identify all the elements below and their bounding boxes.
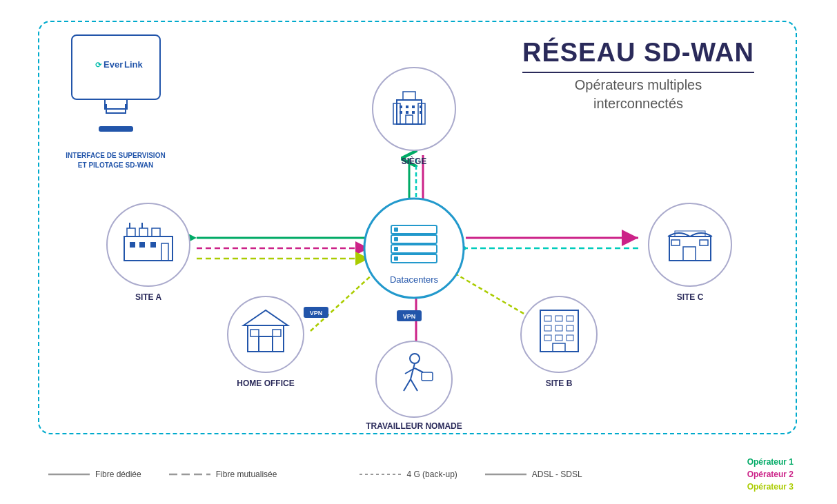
svg-point-58 <box>228 296 304 372</box>
legend-fibre-mutualisee: Fibre mutualisée <box>169 470 277 479</box>
svg-point-67 <box>376 341 452 417</box>
svg-rect-31 <box>394 228 398 232</box>
svg-text:VPN: VPN <box>310 310 323 316</box>
svg-rect-23 <box>412 105 415 108</box>
svg-text:VPN: VPN <box>403 313 416 320</box>
legend-4g: 4 G (back-up) <box>360 470 457 479</box>
svg-rect-24 <box>412 111 415 114</box>
fibre-dediee-line <box>48 471 90 478</box>
svg-rect-37 <box>394 256 398 261</box>
svg-rect-19 <box>400 105 402 108</box>
legend-adsl: ADSL - SDSL <box>485 470 582 479</box>
svg-point-78 <box>521 296 597 372</box>
svg-rect-47 <box>139 242 145 248</box>
op1-label: Opérateur 1 <box>747 457 794 467</box>
svg-text:SITE C: SITE C <box>677 292 704 302</box>
adsl-label: ADSL - SDSL <box>532 470 582 479</box>
svg-rect-35 <box>394 247 398 251</box>
svg-rect-33 <box>394 237 398 241</box>
fibre-mutualisee-label: Fibre mutualisée <box>216 470 277 479</box>
svg-text:HOME OFFICE: HOME OFFICE <box>237 379 294 388</box>
svg-text:TRAVAILLEUR  NOMADE: TRAVAILLEUR NOMADE <box>366 421 462 431</box>
fibre-dediee-label: Fibre dédiée <box>95 470 141 479</box>
svg-rect-22 <box>406 111 408 114</box>
adsl-line <box>485 471 526 478</box>
svg-point-14 <box>373 68 455 150</box>
svg-text:SITE A: SITE A <box>135 292 162 302</box>
page: ⟳ Ever Link INTERFACE DE SUPERVISION ET … <box>0 0 837 504</box>
op2-label: Opérateur 2 <box>747 470 794 479</box>
legend-area: Fibre dédiée Fibre mutualisée 4 G (back-… <box>48 457 794 492</box>
svg-rect-20 <box>400 111 402 114</box>
4g-line <box>360 471 401 478</box>
fibre-mutualisee-line <box>169 471 210 478</box>
svg-rect-21 <box>406 105 408 108</box>
svg-point-51 <box>649 203 731 286</box>
4g-label: 4 G (back-up) <box>406 470 457 479</box>
svg-point-39 <box>107 203 190 286</box>
svg-rect-26 <box>420 111 422 114</box>
legend-fibre-dediee: Fibre dédiée <box>48 470 141 479</box>
svg-text:SIÈGE: SIÈGE <box>402 156 427 166</box>
svg-text:SITE B: SITE B <box>546 379 573 388</box>
svg-rect-46 <box>130 242 135 248</box>
op3-label: Opérateur 3 <box>747 482 794 492</box>
svg-rect-25 <box>420 105 422 108</box>
svg-rect-48 <box>150 242 156 248</box>
network-diagram: SIÈGE Datacenters <box>38 21 797 434</box>
svg-text:Datacenters: Datacenters <box>390 274 439 285</box>
